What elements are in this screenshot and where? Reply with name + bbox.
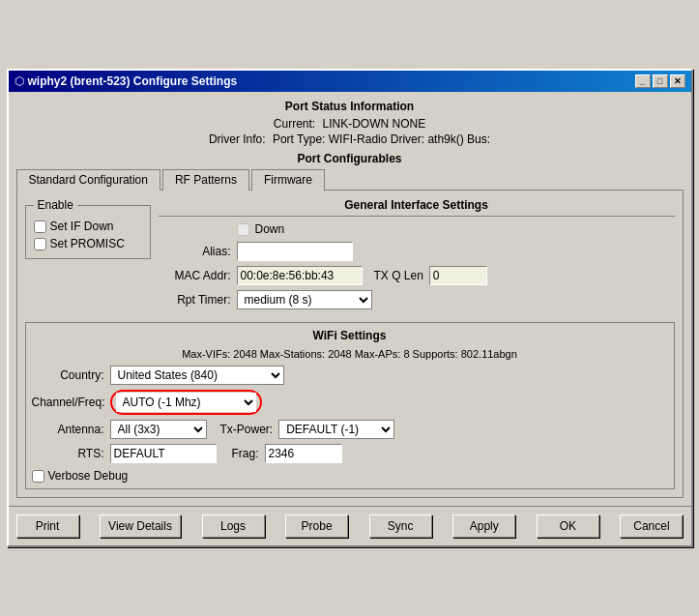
wifi-settings-title: WiFi Settings	[32, 329, 668, 342]
tx-power-label: Tx-Power:	[220, 423, 274, 436]
rts-input[interactable]	[110, 444, 217, 463]
view-details-button[interactable]: View Details	[100, 514, 181, 538]
wifi-settings-section: WiFi Settings Max-VIFs: 2048 Max-Station…	[25, 322, 675, 489]
antenna-select[interactable]: All (3x3)	[110, 420, 207, 439]
set-promisc-checkbox[interactable]	[34, 238, 46, 250]
minimize-button[interactable]: _	[635, 74, 651, 88]
title-bar-controls: _ □ ✕	[635, 74, 685, 88]
main-content: Port Status Information Current: LINK-DO…	[9, 92, 691, 506]
country-select[interactable]: United States (840)	[110, 366, 284, 385]
left-panel: Enable Set IF Down Set PROMISC	[25, 198, 151, 314]
window-title: wiphy2 (brent-523) Configure Settings	[28, 74, 238, 88]
verbose-debug-checkbox[interactable]	[32, 470, 44, 483]
verbose-debug-row: Verbose Debug	[32, 469, 668, 483]
mac-row: MAC Addr: TX Q Len	[159, 266, 675, 285]
enable-legend: Enable	[34, 198, 77, 212]
port-status-title: Port Status Information	[16, 100, 684, 113]
tab-firmware[interactable]: Firmware	[251, 169, 325, 191]
close-button[interactable]: ✕	[670, 74, 685, 88]
wifi-info-line: Max-VIFs: 2048 Max-Stations: 2048 Max-AP…	[32, 348, 668, 360]
logs-button[interactable]: Logs	[202, 514, 265, 538]
current-value: LINK-DOWN NONE	[323, 117, 426, 131]
print-button[interactable]: Print	[16, 514, 79, 538]
rpt-timer-row: Rpt Timer: medium (8 s)	[159, 290, 675, 309]
apply-button[interactable]: Apply	[452, 514, 515, 538]
driver-info-row: Driver Info: Port Type: WIFI-Radio Drive…	[16, 132, 684, 146]
mac-input[interactable]	[237, 266, 363, 285]
channel-freq-select[interactable]: AUTO (-1 Mhz)	[116, 393, 256, 412]
rpt-timer-label: Rpt Timer:	[159, 293, 231, 307]
antenna-label: Antenna:	[32, 423, 104, 436]
enable-group: Enable Set IF Down Set PROMISC	[25, 198, 151, 259]
ok-button[interactable]: OK	[537, 514, 599, 538]
down-label: Down	[255, 222, 285, 236]
driver-value: Port Type: WIFI-Radio Driver: ath9k() Bu…	[273, 132, 490, 146]
down-row: Down	[159, 222, 675, 236]
set-promisc-row: Set PROMISC	[34, 237, 142, 250]
set-if-down-label: Set IF Down	[50, 220, 114, 233]
set-if-down-row: Set IF Down	[34, 220, 142, 233]
frag-input[interactable]	[265, 444, 342, 463]
tx-power-select[interactable]: DEFAULT (-1)	[278, 420, 394, 439]
channel-freq-row: Channel/Freq: AUTO (-1 Mhz)	[32, 390, 668, 415]
set-if-down-checkbox[interactable]	[34, 220, 46, 233]
cancel-button[interactable]: Cancel	[620, 514, 683, 538]
current-status-row: Current: LINK-DOWN NONE	[16, 117, 684, 131]
channel-freq-label: Channel/Freq:	[32, 396, 104, 409]
rts-label: RTS:	[32, 447, 104, 460]
alias-label: Alias:	[159, 245, 231, 258]
probe-button[interactable]: Probe	[285, 514, 348, 538]
rpt-timer-select[interactable]: medium (8 s)	[237, 290, 372, 309]
tab-content-standard: Enable Set IF Down Set PROMISC	[16, 190, 684, 498]
tabs-wrapper: Standard Configuration RF Patterns Firmw…	[16, 169, 684, 498]
two-col-layout: Enable Set IF Down Set PROMISC	[25, 198, 675, 314]
verbose-debug-label: Verbose Debug	[48, 469, 129, 483]
alias-row: Alias:	[159, 242, 675, 261]
driver-label: Driver Info:	[209, 132, 266, 146]
main-window: ⬡ wiphy2 (brent-523) Configure Settings …	[7, 69, 693, 547]
tx-q-label: TX Q Len	[374, 269, 423, 282]
channel-freq-highlight: AUTO (-1 Mhz)	[110, 390, 262, 415]
down-checkbox[interactable]	[237, 223, 249, 236]
tx-q-len-input[interactable]	[429, 266, 487, 285]
window-icon: ⬡	[15, 74, 24, 88]
tab-rf-patterns[interactable]: RF Patterns	[162, 169, 249, 191]
country-row: Country: United States (840)	[32, 366, 668, 385]
set-promisc-label: Set PROMISC	[50, 237, 125, 250]
right-panel: General Interface Settings Down Alias:	[159, 198, 675, 314]
antenna-tx-row: Antenna: All (3x3) Tx-Power: DEFAULT (-1…	[32, 420, 668, 439]
rts-frag-row: RTS: Frag:	[32, 444, 668, 463]
title-bar: ⬡ wiphy2 (brent-523) Configure Settings …	[9, 71, 691, 92]
general-settings-title: General Interface Settings	[159, 198, 675, 217]
current-label: Current:	[274, 117, 315, 131]
tab-bar: Standard Configuration RF Patterns Firmw…	[16, 169, 684, 191]
country-label: Country:	[32, 368, 104, 382]
tab-standard[interactable]: Standard Configuration	[16, 169, 160, 191]
sync-button[interactable]: Sync	[369, 514, 432, 538]
frag-label: Frag:	[232, 447, 259, 460]
mac-label: MAC Addr:	[159, 269, 231, 282]
maximize-button[interactable]: □	[653, 74, 668, 88]
port-configurables-title: Port Configurables	[16, 152, 684, 165]
alias-input[interactable]	[237, 242, 353, 261]
bottom-button-bar: Print View Details Logs Probe Sync Apply…	[9, 506, 691, 545]
title-left: ⬡ wiphy2 (brent-523) Configure Settings	[15, 74, 238, 88]
